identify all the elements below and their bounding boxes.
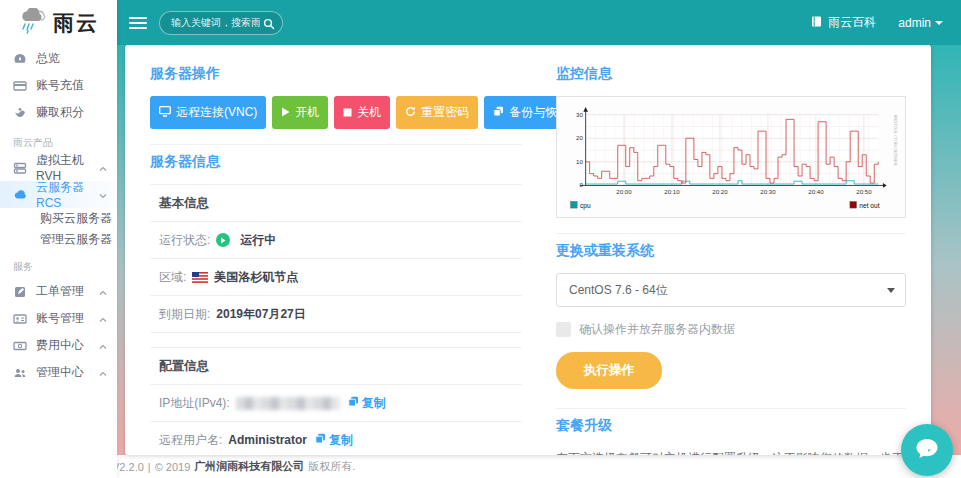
sidebar-item-tickets[interactable]: 工单管理 [0,278,117,305]
svg-text:10: 10 [576,158,583,165]
status-running-icon [216,233,230,247]
sidebar-item-label: 费用中心 [36,337,84,354]
upgrade-title: 套餐升级 [556,417,906,435]
vps-icon [13,161,27,175]
table-row: 配置信息 [150,348,522,385]
copy-user-link[interactable]: 复制 [315,432,353,449]
logo-text: 雨云 [53,9,99,37]
reset-password-icon [405,106,416,120]
os-select[interactable]: CentOS 7.6 - 64位 [556,273,906,307]
copy-icon [348,396,359,410]
logo[interactable]: 雨云 [0,0,117,45]
table-row-status: 运行状态: 运行中 [150,222,522,259]
sidebar-item-label: 账号管理 [36,310,84,327]
table-row-remote-user: 远程用户名: Administrator 复制 [150,422,522,455]
config-info-table: 配置信息 IP地址(IPv4): 复制 远程用户名: Administrator [150,347,522,455]
basic-info-table: 基本信息 运行状态: 运行中 区域: 美国洛杉矶节点 [150,184,522,333]
sidebar-item-rvh[interactable]: 虚拟主机 RVH [0,154,117,181]
billing-icon [13,339,27,353]
divider [150,144,522,145]
left-column: 服务器操作 远程连接(VNC) 开机 关机 重置密码 [150,59,522,441]
sidebar-item-label: 工单管理 [36,283,84,300]
svg-text:20:20: 20:20 [712,188,728,195]
menu-icon[interactable] [129,14,147,32]
sidebar-item-account[interactable]: 账号管理 [0,305,117,332]
table-row-ip: IP地址(IPv4): 复制 [150,385,522,422]
right-column: 监控信息 20:0020:1020:2020:3020:4020:5001020… [556,59,906,441]
sidebar: 雨云 总览 账号充值 赚取积分 雨云产品 [0,0,117,478]
chevron-up-icon [99,161,107,175]
app-root: 雨云 总览 账号充值 赚取积分 雨云产品 [0,0,961,478]
sidebar-item-billing[interactable]: 费用中心 [0,332,117,359]
logo-rain-cloud-icon [18,8,48,38]
sidebar-subitem-buy-server[interactable]: 购买云服务器 [0,208,117,229]
user-menu[interactable]: admin [898,16,943,30]
sidebar-item-label: 云服务器 RCS [36,179,99,210]
svg-text:net out: net out [859,202,879,209]
topbar-right: 雨云百科 admin [810,14,943,31]
table-row-region: 区域: 美国洛杉矶节点 [150,259,522,296]
points-icon [13,106,27,120]
reset-password-button[interactable]: 重置密码 [396,96,478,129]
svg-text:20:30: 20:30 [760,188,776,195]
monitor-chart: 20:0020:1020:2020:3020:4020:500102030cpu… [556,96,906,218]
chevron-up-icon [99,285,107,299]
chevron-up-icon [99,339,107,353]
search-box [159,11,283,35]
footer-company-link[interactable]: 广州润雨科技有限公司 [194,459,304,474]
chevron-up-icon [99,312,107,326]
chat-bubble-button[interactable] [901,424,953,476]
svg-text:20: 20 [576,134,583,141]
sidebar-section-services: 服务 [0,250,117,278]
sidebar-item-label: 赚取积分 [36,104,84,121]
monitor-chart-svg: 20:0020:1020:2020:3020:4020:500102030cpu… [563,103,899,215]
rrdtool-watermark: RRDTOOL / TOBI OETIKER [893,115,898,166]
svg-text:20:10: 20:10 [664,188,680,195]
svg-text:cpu: cpu [580,202,591,210]
admin-center-icon [13,366,27,380]
chevron-down-icon [99,188,107,202]
main-panel: 服务器操作 远程连接(VNC) 开机 关机 重置密码 [125,45,931,455]
server-ops-buttons: 远程连接(VNC) 开机 关机 重置密码 备份与恢复 [150,96,522,129]
divider [556,233,906,234]
wiki-link[interactable]: 雨云百科 [810,14,876,31]
execute-button[interactable]: 执行操作 [556,352,662,389]
dashboard-icon [13,52,27,66]
table-row-expire: 到期日期: 2019年07月27日 [150,296,522,333]
copy-ip-link[interactable]: 复制 [348,395,386,412]
monitor-title: 监控信息 [556,65,906,83]
recharge-icon [13,79,27,93]
chevron-up-icon [99,366,107,380]
sidebar-item-recharge[interactable]: 账号充值 [0,72,117,99]
us-flag-icon [192,272,208,283]
power-on-icon [281,106,290,120]
os-select-value: CentOS 7.6 - 64位 [569,282,668,299]
table-row: 基本信息 [150,185,522,222]
redacted-ip [236,397,340,410]
account-icon [13,312,27,326]
svg-text:20:00: 20:00 [616,188,632,195]
svg-text:30: 30 [576,111,583,118]
confirm-row: 确认操作并放弃服务器内数据 [556,321,906,338]
power-on-button[interactable]: 开机 [272,96,328,129]
sidebar-nav: 总览 账号充值 赚取积分 雨云产品 虚拟主机 RVH [0,45,117,386]
ticket-icon [13,285,27,299]
sidebar-item-rcs[interactable]: 云服务器 RCS [0,181,117,208]
username: admin [898,16,931,30]
sidebar-item-overview[interactable]: 总览 [0,45,117,72]
sidebar-item-label: 账号充值 [36,77,84,94]
dropdown-caret-icon [887,288,895,293]
power-off-button[interactable]: 关机 [334,96,390,129]
sidebar-subitem-manage-server[interactable]: 管理云服务器 [0,229,117,250]
divider [556,408,906,409]
wiki-label: 雨云百科 [828,14,876,31]
sidebar-item-label: 总览 [36,50,60,67]
confirm-checkbox[interactable] [556,322,571,337]
vnc-button[interactable]: 远程连接(VNC) [150,96,266,129]
svg-text:20:40: 20:40 [808,188,824,195]
sidebar-item-points[interactable]: 赚取积分 [0,99,117,126]
search-icon[interactable] [263,16,275,34]
sidebar-item-admin-center[interactable]: 管理中心 [0,359,117,386]
sidebar-item-label: 管理中心 [36,364,84,381]
expire-value: 2019年07月27日 [216,306,305,323]
